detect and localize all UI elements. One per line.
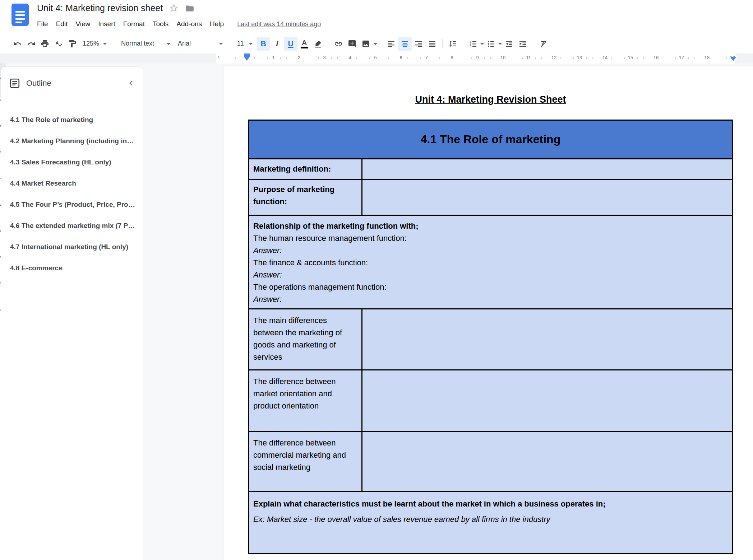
folder-icon[interactable]: [185, 4, 194, 13]
align-left-button[interactable]: [384, 37, 398, 51]
toolbar-separator: [442, 39, 443, 48]
svg-text:3: 3: [470, 45, 471, 48]
undo-icon: [13, 39, 22, 48]
cell-line: The human resource management function:: [253, 232, 726, 244]
decrease-indent-icon: [505, 39, 513, 48]
font-select[interactable]: Arial: [174, 37, 227, 51]
bulleted-list-button[interactable]: [484, 37, 498, 51]
increase-indent-icon: [518, 39, 527, 48]
outline-item[interactable]: 4.4 Market Research: [10, 179, 136, 187]
outline-item[interactable]: 4.3 Sales Forecasting (HL only): [10, 158, 136, 166]
right-indent-marker[interactable]: [730, 57, 736, 61]
paragraph-style-select[interactable]: Normal text: [117, 37, 174, 51]
justify-button[interactable]: [425, 37, 439, 51]
dropdown-caret-icon: [166, 43, 171, 45]
cell-line: Ex: Market size - the overall value of s…: [253, 514, 726, 525]
menu-tools[interactable]: Tools: [149, 19, 172, 29]
clear-formatting-button[interactable]: [536, 37, 550, 51]
add-comment-button[interactable]: [345, 37, 359, 51]
table-label-cell[interactable]: Purpose of marketing function:: [249, 180, 362, 215]
redo-icon: [27, 39, 36, 48]
table-merged-cell[interactable]: Relationship of the marketing function w…: [249, 216, 732, 308]
menu-view[interactable]: View: [71, 19, 94, 29]
outline-list: 4.1 The Role of marketing 4.2 Marketing …: [1, 100, 143, 272]
style-value: Normal text: [121, 40, 154, 47]
left-indent-marker[interactable]: [244, 53, 250, 61]
bold-button[interactable]: B: [257, 37, 270, 51]
numbered-list-caret-icon[interactable]: [480, 43, 484, 45]
insert-image-button[interactable]: [359, 37, 373, 51]
insert-link-button[interactable]: [332, 37, 345, 51]
font-size-select[interactable]: 11: [234, 37, 257, 51]
toolbar-separator: [463, 39, 463, 48]
menu-file[interactable]: File: [33, 19, 52, 29]
menu-addons[interactable]: Add-ons: [172, 19, 206, 29]
table-label-cell[interactable]: The main differences between the marketi…: [249, 309, 362, 369]
outline-item[interactable]: 4.6 The extended marketing mix (7 P…: [10, 222, 136, 230]
text-color-icon: A: [301, 39, 308, 48]
document-title-input[interactable]: Unit 4: Marketing revision sheet: [37, 3, 163, 13]
increase-indent-button[interactable]: [516, 37, 530, 51]
table-label-cell[interactable]: The difference between commercial market…: [249, 432, 362, 491]
toolbar-separator: [230, 39, 230, 48]
ruler-number: 17: [678, 55, 685, 61]
highlight-color-button[interactable]: [311, 37, 325, 51]
cell-line: Answer:: [253, 244, 726, 257]
document-heading[interactable]: Unit 4: Marketing Revision Sheet: [248, 94, 733, 105]
menu-edit[interactable]: Edit: [52, 19, 72, 29]
outline-item[interactable]: 4.2 Marketing Planning (including in…: [10, 137, 136, 145]
cell-line: The finance & accounts function:: [253, 257, 726, 269]
table-answer-cell[interactable]: [362, 432, 732, 491]
italic-icon: I: [276, 39, 278, 48]
italic-button[interactable]: I: [270, 37, 284, 51]
line-spacing-button[interactable]: [446, 37, 459, 51]
align-right-button[interactable]: [412, 37, 425, 51]
table-row: Marketing definition:: [249, 158, 732, 179]
table-answer-cell[interactable]: [362, 309, 732, 369]
table-answer-cell[interactable]: [362, 370, 732, 431]
outline-item[interactable]: 4.1 The Role of marketing: [10, 116, 136, 124]
menu-insert[interactable]: Insert: [94, 19, 119, 29]
table-answer-cell[interactable]: [362, 180, 732, 215]
undo-button[interactable]: [11, 37, 24, 51]
ruler-number: 2: [296, 55, 301, 61]
table-row: The difference between market orientatio…: [249, 369, 732, 431]
text-color-button[interactable]: A: [297, 37, 311, 51]
menu-help[interactable]: Help: [206, 19, 228, 29]
redo-button[interactable]: [24, 37, 38, 51]
paint-format-button[interactable]: [65, 37, 79, 51]
spellcheck-button[interactable]: [52, 37, 65, 51]
menu-format[interactable]: Format: [119, 19, 149, 29]
table-answer-cell[interactable]: [362, 159, 732, 179]
ruler-number: 10: [499, 55, 507, 61]
collapse-chevron-icon[interactable]: [127, 79, 135, 87]
numbered-list-button[interactable]: 1 2 3: [466, 37, 480, 51]
star-icon[interactable]: [169, 4, 179, 13]
ruler-number: 8: [449, 55, 454, 61]
image-dropdown-caret-icon[interactable]: [373, 43, 378, 45]
table-label-cell[interactable]: Marketing definition:: [249, 159, 362, 179]
underline-button[interactable]: U: [284, 37, 297, 51]
print-icon: [41, 39, 49, 48]
outline-item[interactable]: 4.7 International marketing (HL only): [10, 243, 136, 251]
outline-panel: Outline 4.1 The Role of marketing 4.2 Ma…: [1, 67, 143, 560]
outline-item[interactable]: 4.8 E-commerce: [10, 264, 136, 272]
cell-line: The operations management function:: [253, 281, 726, 293]
document-page[interactable]: Unit 4: Marketing Revision Sheet 4.1 The…: [223, 66, 753, 560]
docs-logo[interactable]: [11, 4, 29, 26]
print-button[interactable]: [38, 37, 52, 51]
table-row: The difference between commercial market…: [249, 431, 732, 491]
align-center-button[interactable]: [398, 37, 412, 51]
workspace: Unit 4: Marketing Revision Sheet 4.1 The…: [0, 64, 753, 560]
table-label-cell[interactable]: The difference between market orientatio…: [249, 370, 362, 431]
outline-icon: [9, 78, 20, 89]
last-edit-link[interactable]: Last edit was 14 minutes ago: [237, 20, 321, 28]
table-merged-cell[interactable]: Explain what characteristics must be lea…: [249, 492, 732, 553]
decrease-indent-button[interactable]: [502, 37, 516, 51]
ruler-number: 1: [216, 55, 221, 61]
outline-item[interactable]: 4.5 The Four P’s (Product, Price, Pro…: [10, 201, 136, 209]
zoom-select[interactable]: 125%: [79, 37, 111, 51]
toolbar-separator: [381, 39, 381, 48]
table-header-cell[interactable]: 4.1 The Role of marketing: [249, 121, 732, 158]
bulleted-list-caret-icon[interactable]: [498, 43, 502, 45]
